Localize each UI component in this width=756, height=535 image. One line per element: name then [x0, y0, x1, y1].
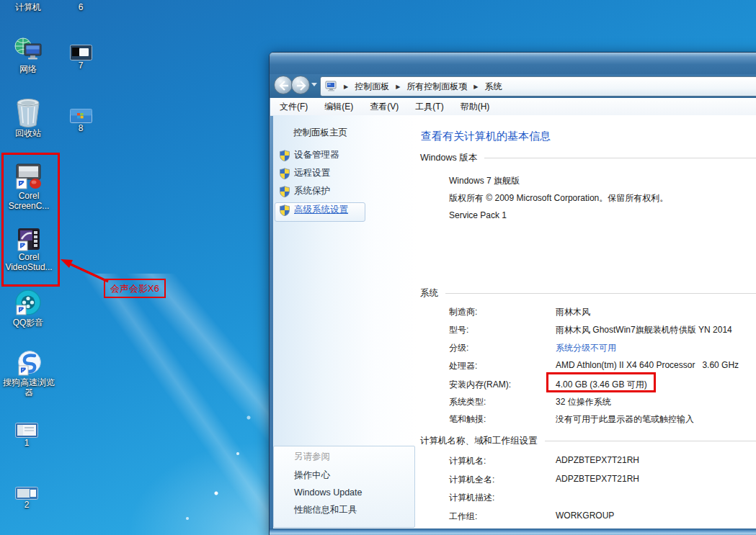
sogou-browser-icon	[15, 350, 43, 377]
forward-arrow-icon	[295, 81, 307, 91]
menu-tools[interactable]: 工具(T)	[413, 99, 445, 114]
sidebar-item-action-center[interactable]: 操作中心	[294, 469, 330, 482]
row-rating: 分级:系统分级不可用	[417, 342, 756, 354]
desktop: 计算机 6 网络 7 回收站	[0, 0, 756, 535]
row-computer-full-name: 计算机全名:ADPZBTEPX7T21RH	[417, 474, 756, 485]
icon-label: 搜狗高速浏览	[0, 377, 62, 387]
sidebar-item-remote-settings[interactable]: 远程设置	[280, 167, 330, 179]
system-window: ▶ 控制面板 ▶ 所有控制面板项 ▶ 系统 文件(F) 编辑(E) 查看(V) …	[269, 52, 756, 535]
desktop-icon-qq-player[interactable]: QQ影音	[5, 289, 51, 328]
sidebar-item-control-panel-home[interactable]: 控制面板主页	[293, 127, 347, 139]
icon-label: 1	[11, 438, 43, 448]
icon-label: 7	[65, 60, 97, 71]
forward-button[interactable]	[291, 76, 310, 94]
section-rule	[545, 441, 756, 441]
window-bottom-frame	[270, 529, 756, 535]
desktop-icon-sogou-browser[interactable]: 搜狗高速浏览 器	[0, 350, 62, 397]
row-computer-name: 计算机名:ADPZBTEPX7T21RH	[417, 455, 756, 467]
section-header-computer-name: 计算机名称、域和工作组设置	[420, 435, 756, 447]
rating-unavailable-link[interactable]: 系统分级不可用	[556, 342, 616, 354]
copyright-text: 版权所有 © 2009 Microsoft Corporation。保留所有权利…	[449, 192, 668, 204]
annotation-box-corel-icons	[1, 153, 60, 287]
sidebar-item-label: 系统保护	[294, 185, 330, 197]
recycle-bin-icon	[14, 98, 42, 128]
icon-label: 2	[11, 500, 43, 510]
see-also-title: 另请参阅	[294, 451, 330, 463]
sidebar-item-performance-tools[interactable]: 性能信息和工具	[294, 504, 357, 516]
uac-shield-icon	[280, 150, 290, 161]
window-body: 控制面板主页 设备管理器	[273, 115, 756, 529]
sidebar-item-label: 设备管理器	[294, 149, 339, 161]
menu-edit[interactable]: 编辑(E)	[322, 99, 355, 114]
network-icon	[14, 36, 43, 64]
row-processor: 处理器:AMD Athlon(tm) II X4 640 Processor 3…	[417, 360, 756, 372]
icon-label: 6	[65, 2, 97, 12]
menu-file[interactable]: 文件(F)	[277, 99, 310, 114]
sidebar-item-label: 远程设置	[294, 167, 330, 179]
breadcrumb-system[interactable]: 系统	[484, 81, 502, 93]
menu-help[interactable]: 帮助(H)	[458, 99, 492, 114]
service-pack-text: Service Pack 1	[449, 210, 507, 220]
back-button[interactable]	[274, 76, 293, 94]
icon-label: 回收站	[6, 128, 50, 138]
sidebar-item-advanced-system-settings[interactable]: 高级系统设置	[280, 204, 348, 216]
breadcrumb-separator: ▶	[344, 84, 348, 90]
system-location-icon	[325, 81, 337, 92]
image-thumbnail-icon	[70, 109, 92, 123]
desktop-icon-network[interactable]: 网络	[7, 36, 49, 74]
desktop-icon-8[interactable]: 8	[65, 109, 97, 133]
sidebar-item-device-manager[interactable]: 设备管理器	[280, 149, 339, 161]
image-thumbnail-icon	[15, 423, 38, 438]
image-thumbnail-icon	[15, 487, 38, 500]
row-pen-touch: 笔和触摸:没有可用于此显示器的笔或触控输入	[417, 413, 756, 425]
section-rule	[484, 158, 756, 158]
row-computer-description: 计算机描述:	[417, 492, 756, 503]
icon-label: 8	[65, 123, 97, 133]
sidebar-item-label: 高级系统设置	[294, 204, 348, 216]
breadcrumb-all-items[interactable]: 所有控制面板项	[406, 81, 467, 93]
row-workgroup: 工作组:WORKGROUP	[417, 511, 756, 522]
icon-label: 网络	[7, 64, 49, 74]
breadcrumb-control-panel[interactable]: 控制面板	[355, 81, 389, 93]
section-rule	[445, 293, 756, 294]
section-header-windows-version: Windows 版本	[420, 152, 756, 164]
sidebar-item-windows-update[interactable]: Windows Update	[294, 487, 363, 498]
menu-view[interactable]: 查看(V)	[368, 99, 401, 114]
page-title: 查看有关计算机的基本信息	[421, 130, 551, 143]
desktop-icon-6[interactable]: 6	[65, 2, 97, 12]
icon-label: 器	[0, 387, 62, 397]
breadcrumb-separator: ▶	[396, 84, 400, 90]
recent-pages-dropdown[interactable]	[311, 83, 317, 86]
window-titlebar[interactable]	[270, 53, 756, 75]
see-also-box: 另请参阅 操作中心 Windows Update 性能信息和工具	[273, 446, 415, 528]
qq-player-icon	[14, 289, 43, 318]
image-thumbnail-icon	[70, 45, 92, 60]
row-system-type: 系统类型:32 位操作系统	[417, 396, 756, 408]
annotation-callout: 会声会影X6	[104, 279, 166, 298]
uac-shield-icon	[280, 204, 290, 216]
sidebar-item-system-protection[interactable]: 系统保护	[280, 185, 330, 197]
desktop-icon-recycle-bin[interactable]: 回收站	[6, 98, 50, 138]
uac-shield-icon	[280, 168, 290, 179]
row-manufacturer: 制造商:雨林木风	[417, 306, 756, 318]
address-bar[interactable]: ▶ 控制面板 ▶ 所有控制面板项 ▶ 系统	[320, 76, 756, 96]
section-header-system: 系统	[420, 287, 756, 300]
uac-shield-icon	[280, 186, 290, 197]
navigation-bar: ▶ 控制面板 ▶ 所有控制面板项 ▶ 系统	[270, 74, 756, 98]
main-panel: 查看有关计算机的基本信息 Windows 版本 Windows 7 旗舰版 版权…	[417, 115, 756, 529]
icon-label: QQ影音	[5, 318, 51, 328]
desktop-icon-1[interactable]: 1	[11, 423, 43, 448]
desktop-icon-2[interactable]: 2	[11, 487, 43, 510]
sidebar: 控制面板主页 设备管理器	[273, 115, 417, 529]
back-arrow-icon	[278, 81, 290, 91]
breadcrumb-separator: ▶	[473, 84, 478, 90]
desktop-icon-computer[interactable]: 计算机	[6, 2, 50, 12]
annotation-box-ram	[546, 372, 656, 392]
desktop-icon-7[interactable]: 7	[65, 45, 97, 71]
row-model: 型号:雨林木风 GhostWin7旗舰装机特供版 YN 2014	[417, 324, 756, 336]
windows-edition-text: Windows 7 旗舰版	[449, 175, 520, 187]
menu-bar: 文件(F) 编辑(E) 查看(V) 工具(T) 帮助(H)	[270, 98, 756, 116]
icon-label: 计算机	[6, 2, 50, 12]
